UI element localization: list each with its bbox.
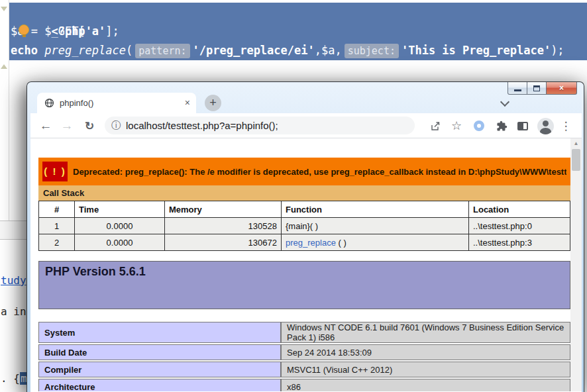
col-function: Function <box>282 201 469 218</box>
url-text[interactable]: localhost/testtest.php?a=phpinfo(); <box>126 117 409 134</box>
echo-keyword: echo <box>11 44 44 57</box>
call-stack-table: # Time Memory Function Location 1 0.0000… <box>38 201 570 251</box>
php-version-title: PHP Version 5.6.1 <box>45 265 564 279</box>
table-header-row: # Time Memory Function Location <box>39 201 570 218</box>
param-hint-pattern: pattern: <box>135 44 189 58</box>
extension-ring-icon[interactable] <box>472 113 486 138</box>
address-bar[interactable]: ⓘ localhost/testtest.php?a=phpinfo(); <box>105 117 415 134</box>
table-row: Architecture x86 <box>38 379 570 391</box>
info-label: Compiler <box>38 362 281 377</box>
site-info-icon[interactable]: ⓘ <box>111 117 121 134</box>
window-controls: × <box>507 82 577 95</box>
person-icon <box>537 118 554 134</box>
cell-num: 1 <box>39 218 75 234</box>
browser-client: ← → ↻ ⓘ localhost/testtest.php?a=phpinfo… <box>30 113 582 392</box>
cell-function: {main}( ) <box>282 218 469 234</box>
code-end: ]; <box>105 24 119 38</box>
col-memory: Memory <box>165 201 282 218</box>
paren-close: ); <box>551 44 564 57</box>
new-tab-button[interactable]: + <box>205 95 221 111</box>
cell-num: 2 <box>39 234 75 251</box>
profile-avatar[interactable] <box>537 113 554 138</box>
cell-time: 0.0000 <box>75 234 165 251</box>
pattern-string: '/preg_replace/ei' <box>193 44 315 57</box>
maximize-icon <box>533 85 540 91</box>
function-name: preg_replace <box>44 44 126 57</box>
window-titlebar[interactable]: × phpinfo() × + <box>27 82 584 113</box>
info-value: x86 <box>281 379 570 391</box>
info-label: Build Date <box>38 344 281 360</box>
tab-title: phpinfo() <box>60 93 93 113</box>
cell-function: preg_replace ( ) <box>282 234 469 251</box>
cell-time: 0.0000 <box>75 218 165 234</box>
info-value: Sep 24 2014 18:53:09 <box>281 344 570 360</box>
code-args: ,$a, <box>315 44 342 57</box>
system-info-table: System Windows NT CODE 6.1 build 7601 (W… <box>38 320 570 391</box>
fold-arrow-icon[interactable] <box>1 64 7 69</box>
maximize-button[interactable] <box>527 82 547 95</box>
browser-menu-icon[interactable]: ⋮ <box>559 113 572 138</box>
screen: <?php $a = $_GET['a']; echo preg_replace… <box>0 0 587 392</box>
console-text: . {m <box>1 372 28 385</box>
col-location: Location <box>469 201 570 218</box>
page-scrollbar[interactable]: ▲ <box>570 138 582 391</box>
page-viewport: ( ! ) Deprecated: preg_replace(): The /e… <box>30 138 582 391</box>
minimize-button[interactable] <box>507 82 527 95</box>
globe-favicon-icon <box>44 98 54 108</box>
bookmark-star-icon[interactable]: ☆ <box>449 113 464 138</box>
console-path-link[interactable]: tudy <box>1 274 27 287</box>
info-value: MSVC11 (Visual C++ 2012) <box>281 362 570 377</box>
browser-tab[interactable]: phpinfo() × <box>37 93 196 113</box>
col-time: Time <box>75 201 165 218</box>
scroll-up-icon[interactable]: ▲ <box>570 138 582 148</box>
deprecated-warning-banner: ( ! ) Deprecated: preg_replace(): The /e… <box>38 158 570 185</box>
close-window-button[interactable]: × <box>547 82 577 95</box>
code-line-1: <?php <box>11 3 85 22</box>
console-text: a in <box>1 305 27 318</box>
forward-button[interactable]: → <box>60 113 74 138</box>
col-num: # <box>39 201 75 218</box>
side-panel-shape <box>517 122 528 130</box>
side-panel-icon[interactable] <box>515 113 530 138</box>
table-row: Build Date Sep 24 2014 18:53:09 <box>38 344 570 360</box>
subject-string: 'This is Preg_replace' <box>401 44 551 57</box>
warning-text: : preg_replace(): The /e modifier is dep… <box>120 167 566 177</box>
cell-location: ..\testtest.php:0 <box>469 218 570 234</box>
call-stack-header: Call Stack <box>38 185 570 201</box>
minimize-icon <box>514 89 521 91</box>
php-version-banner: PHP Version 5.6.1 <box>38 261 570 309</box>
cell-memory: 130528 <box>165 218 282 234</box>
scrollbar-thumb[interactable] <box>572 149 580 171</box>
tab-search-chevron-icon[interactable] <box>501 99 508 106</box>
tab-close-icon[interactable]: × <box>185 93 190 113</box>
table-row: 2 0.0000 130672 preg_replace ( ) ..\test… <box>39 234 570 251</box>
fold-arrow-icon[interactable] <box>1 7 7 11</box>
browser-window: × phpinfo() × + ← → ↻ ⓘ loca <box>27 81 584 392</box>
share-icon[interactable] <box>428 113 443 138</box>
function-link[interactable]: preg_replace <box>286 238 336 248</box>
extensions-puzzle-icon[interactable] <box>494 113 509 138</box>
code-string: 'a' <box>85 24 106 38</box>
error-badge: ( ! ) <box>42 162 68 181</box>
panel-divider <box>0 220 27 221</box>
phpinfo-page: ( ! ) Deprecated: preg_replace(): The /e… <box>38 138 570 391</box>
info-value: Windows NT CODE 6.1 build 7601 (Windows … <box>281 322 570 343</box>
table-row: 1 0.0000 130528 {main}( ) ..\testtest.ph… <box>39 218 570 234</box>
cell-memory: 130672 <box>165 234 282 251</box>
warning-message: Deprecated: preg_replace(): The /e modif… <box>73 167 566 177</box>
info-label: Architecture <box>38 379 281 391</box>
info-label: System <box>38 322 281 343</box>
paren-open: ( <box>126 44 133 57</box>
panel-strip <box>0 221 27 239</box>
param-hint-subject: subject: <box>345 44 399 58</box>
table-row: Compiler MSVC11 (Visual C++ 2012) <box>38 362 570 377</box>
code-get: $_GET[ <box>44 24 85 38</box>
browser-toolbar: ← → ↻ ⓘ localhost/testtest.php?a=phpinfo… <box>30 113 582 138</box>
code-line-3: echo preg_replace(pattern:'/preg_replace… <box>11 41 564 60</box>
cell-location: ..\testtest.php:3 <box>469 234 570 251</box>
back-button[interactable]: ← <box>38 113 53 138</box>
code-line-4: ?> <box>9 60 69 79</box>
reload-button[interactable]: ↻ <box>82 113 97 138</box>
panel-divider <box>0 239 27 240</box>
intention-bulb-icon[interactable] <box>19 24 29 35</box>
